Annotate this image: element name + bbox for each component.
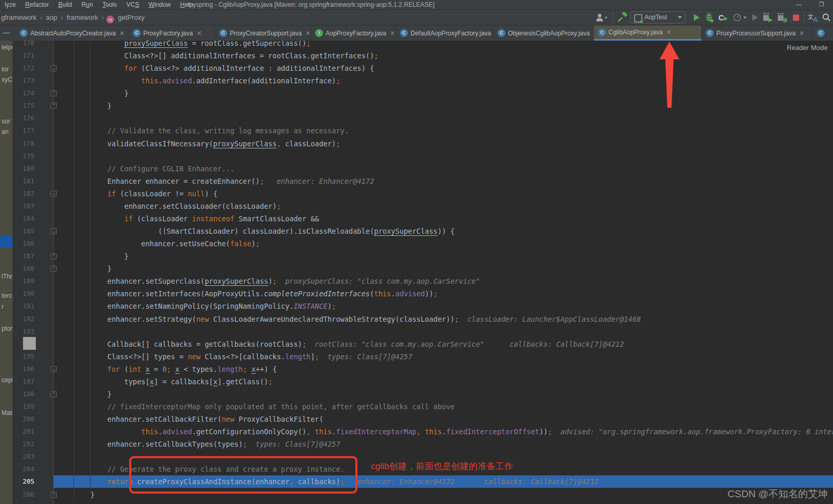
tab-AbstractAutoProxyCreator.java[interactable]: CAbstractAutoProxyCreator.java✕: [16, 26, 129, 41]
line-number[interactable]: 185: [13, 225, 34, 237]
line-number[interactable]: 192: [13, 313, 34, 325]
fold-end-icon[interactable]: ⌃: [51, 90, 57, 96]
line-number[interactable]: 193: [13, 325, 34, 338]
cutoff-panel-item[interactable]: sor: [2, 118, 10, 125]
fold-collapse-icon[interactable]: ⌄: [51, 366, 57, 372]
menu-window[interactable]: Window: [144, 0, 176, 9]
fold-end-icon[interactable]: ⌃: [51, 253, 57, 259]
user-icon[interactable]: [595, 12, 608, 23]
line-number[interactable]: 176: [13, 112, 34, 124]
line-number[interactable]: 199: [13, 400, 34, 413]
breadcrumb-item[interactable]: aop: [45, 14, 58, 21]
rerun-button-disabled[interactable]: [751, 12, 759, 23]
line-number[interactable]: 182: [13, 187, 34, 200]
fold-collapse-icon[interactable]: ⌄: [51, 228, 57, 234]
stop-button[interactable]: [792, 12, 800, 23]
cutoff-panel-item[interactable]: xyCr: [2, 76, 13, 83]
tab-ProxyFactory.java[interactable]: CProxyFactory.java✕: [129, 26, 215, 41]
line-number[interactable]: 203: [13, 450, 34, 463]
line-number[interactable]: 201: [13, 425, 34, 438]
line-number[interactable]: 178: [13, 137, 34, 150]
reader-mode-link[interactable]: Reader Mode: [787, 44, 828, 52]
tab-ObjenesisCglibAopProxy.java[interactable]: CObjenesisCglibAopProxy.java✕: [493, 26, 594, 41]
attach-debug-icon[interactable]: [777, 12, 788, 23]
line-number[interactable]: 188: [13, 262, 34, 275]
tab-ProxyProcessorSupport.java[interactable]: CProxyProcessorSupport.java✕: [702, 26, 813, 41]
line-number[interactable]: 191: [13, 300, 34, 312]
line-number[interactable]: 171: [13, 49, 34, 62]
close-icon[interactable]: ✕: [799, 30, 804, 37]
cutoff-panel-item[interactable]: lelpe: [2, 44, 13, 51]
breadcrumb-item[interactable]: gframework: [0, 14, 38, 21]
line-number[interactable]: 172: [13, 62, 34, 74]
build-hammer-icon[interactable]: [618, 12, 628, 23]
fold-end-icon[interactable]: ⌃: [51, 492, 57, 498]
line-number[interactable]: 181: [13, 175, 34, 187]
line-number[interactable]: 205: [13, 475, 34, 488]
fold-end-icon[interactable]: ⌃: [51, 103, 57, 109]
line-number[interactable]: 198: [13, 388, 34, 400]
chevron-down-icon[interactable]: [743, 17, 747, 19]
line-number[interactable]: 204: [13, 463, 34, 475]
cutoff-panel-item[interactable]: lThro: [2, 273, 13, 280]
line-number[interactable]: 183: [13, 200, 34, 212]
tab-CglibAopProxy.java[interactable]: CCglibAopProxy.java✕: [594, 26, 702, 41]
breadcrumb-method[interactable]: getProxy: [117, 14, 145, 21]
code-editor[interactable]: 1701711721731741751761771781791801811821…: [0, 41, 833, 504]
attach-run-icon[interactable]: [762, 12, 774, 23]
cutoff-panel-item[interactable]: Matcl: [2, 409, 13, 417]
line-number[interactable]: 180: [13, 162, 34, 175]
line-number[interactable]: 195: [13, 350, 34, 363]
menu-lyze[interactable]: lyze: [0, 0, 20, 9]
menu-refactor[interactable]: Refactor: [20, 0, 53, 9]
close-icon[interactable]: ✕: [666, 29, 672, 36]
line-number[interactable]: 179: [13, 150, 34, 162]
minimize-button[interactable]: —: [791, 0, 806, 9]
menu-tools[interactable]: Tools: [97, 0, 121, 9]
editor-gutter[interactable]: 1701711721731741751761771781791801811821…: [13, 41, 53, 504]
line-number[interactable]: 202: [13, 438, 34, 450]
menu-run[interactable]: Run: [77, 0, 97, 9]
code-area[interactable]: proxySuperClass = rootClass.getSuperclas…: [73, 41, 833, 504]
menu-build[interactable]: Build: [54, 0, 77, 9]
line-number[interactable]: 196: [13, 363, 34, 375]
search-icon[interactable]: [822, 12, 831, 23]
hide-panel-icon[interactable]: —: [3, 29, 10, 36]
tab-DefaultAopProxyFactory.java[interactable]: CDefaultAopProxyFactory.java✕: [396, 26, 493, 41]
line-number[interactable]: 200: [13, 413, 34, 425]
cutoff-panel-strip[interactable]: lelpetorxyCrsoranlThrotercerptorceptoMat…: [0, 41, 13, 504]
fold-collapse-icon[interactable]: ⌄: [51, 191, 57, 197]
tab-AopProxyFactory.java[interactable]: IAopProxyFactory.java✕: [311, 26, 396, 41]
close-icon[interactable]: ✕: [119, 30, 125, 37]
run-button[interactable]: [692, 12, 701, 23]
fold-end-icon[interactable]: ⌃: [51, 266, 57, 272]
line-number[interactable]: 175: [13, 99, 34, 112]
fold-collapse-icon[interactable]: ⌄: [51, 65, 57, 71]
cutoff-panel-item[interactable]: ptor: [2, 325, 13, 332]
line-number[interactable]: 173: [13, 74, 34, 87]
line-number[interactable]: 197: [13, 375, 34, 388]
profiler-icon[interactable]: [732, 12, 742, 23]
close-icon[interactable]: ✕: [390, 30, 395, 37]
line-number[interactable]: 187: [13, 250, 34, 262]
line-number[interactable]: 170: [13, 41, 34, 49]
close-icon[interactable]: ✕: [196, 30, 202, 37]
fold-end-icon[interactable]: ⌃: [51, 391, 57, 397]
tab-partial[interactable]: C: [813, 26, 833, 41]
maximize-button[interactable]: ❐: [814, 0, 829, 9]
run-with-coverage-icon[interactable]: C: [718, 12, 728, 23]
close-icon[interactable]: ✕: [305, 30, 310, 37]
line-number[interactable]: 206: [13, 488, 34, 501]
menu-vcs[interactable]: VCS: [121, 0, 144, 9]
line-number[interactable]: 186: [13, 237, 34, 250]
cutoff-panel-item[interactable]: cepto: [2, 376, 13, 384]
line-number[interactable]: 190: [13, 287, 34, 300]
line-number[interactable]: 184: [13, 212, 34, 225]
translate-icon[interactable]: 文 A: [807, 12, 819, 23]
line-number[interactable]: 177: [13, 124, 34, 137]
line-number[interactable]: 174: [13, 87, 34, 99]
cutoff-panel-item[interactable]: terce: [2, 292, 13, 299]
cutoff-panel-item[interactable]: tor: [2, 66, 9, 73]
line-number[interactable]: 189: [13, 275, 34, 287]
cutoff-panel-item[interactable]: an: [2, 128, 8, 135]
